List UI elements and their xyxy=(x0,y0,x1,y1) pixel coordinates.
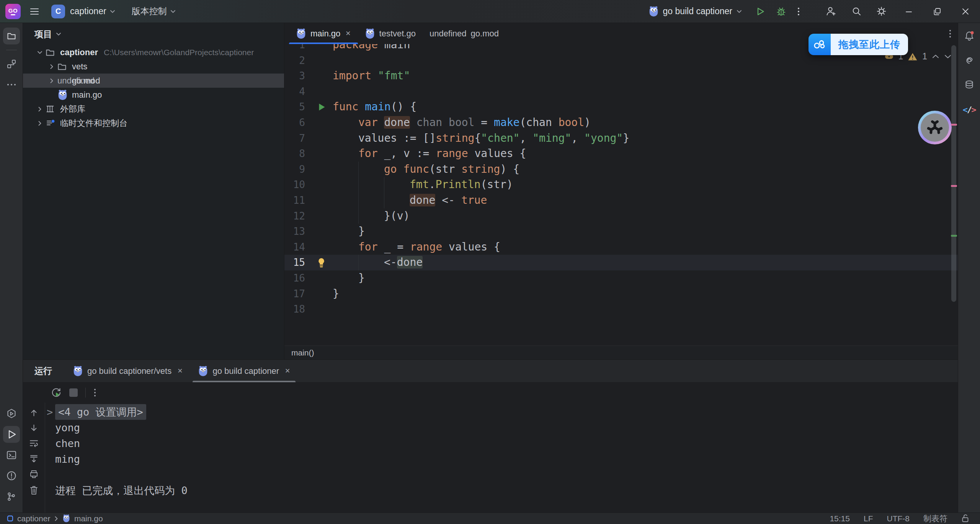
chevron-right-icon[interactable] xyxy=(34,106,46,112)
run-console[interactable]: ><4 go 设置调用>yongchenming进程 已完成，退出代码为 0 xyxy=(45,403,958,513)
chevron-right-icon[interactable] xyxy=(34,120,46,126)
close-icon[interactable]: ✕ xyxy=(345,29,351,38)
tree-item-go-mod[interactable]: undefinedgo.mod xyxy=(23,74,284,88)
project-avatar[interactable]: C xyxy=(51,5,65,18)
breadcrumb[interactable]: main() xyxy=(284,346,958,359)
code-line-10[interactable]: 10fmt.Println(str) xyxy=(284,177,958,193)
close-icon[interactable]: ✕ xyxy=(177,367,183,375)
tab-options-kebab-icon[interactable] xyxy=(949,23,958,44)
editor-scrollbar[interactable] xyxy=(951,45,956,302)
line-ending[interactable]: LF xyxy=(864,513,873,524)
code-line-14[interactable]: 14for _ = range values { xyxy=(284,239,958,255)
scroll-down-icon[interactable] xyxy=(29,423,39,433)
error-stripe-mark[interactable] xyxy=(951,185,957,187)
run-gutter-icon[interactable] xyxy=(310,99,333,115)
code-line-13[interactable]: 13} xyxy=(284,224,958,239)
editor-tab-go-mod[interactable]: undefinedgo.mod xyxy=(423,23,506,44)
title-bar: GO C captioner 版本控制 go build captioner xyxy=(0,0,980,23)
debug-button[interactable] xyxy=(776,7,786,16)
fold-toggle-icon[interactable]: > xyxy=(47,404,55,420)
tool-strip-terminal-icon[interactable] xyxy=(3,447,20,463)
tool-strip-endpoints-icon[interactable]: </> xyxy=(962,102,977,117)
tool-strip-structure-icon[interactable] xyxy=(3,56,20,72)
chevron-down-icon[interactable] xyxy=(56,32,62,36)
console-options-kebab-icon[interactable] xyxy=(93,387,96,398)
caret-position[interactable]: 15:15 xyxy=(830,513,850,524)
soft-wrap-icon[interactable] xyxy=(29,439,39,448)
code-line-3[interactable]: 3import "fmt" xyxy=(284,68,958,84)
error-stripe-mark[interactable] xyxy=(951,235,957,237)
project-name[interactable]: captioner xyxy=(70,6,106,16)
indent-style[interactable]: 制表符 xyxy=(923,513,947,524)
tool-strip-services-icon[interactable] xyxy=(3,405,20,422)
editor-tab-testvet-go[interactable]: testvet.go xyxy=(358,23,423,44)
close-icon[interactable]: ✕ xyxy=(285,367,290,375)
code-line-11[interactable]: 11done <- true xyxy=(284,193,958,208)
tool-strip-project-icon[interactable] xyxy=(3,28,20,44)
tool-strip-ai-assistant-icon[interactable] xyxy=(962,53,977,68)
next-problem-icon[interactable] xyxy=(944,54,952,59)
close-button[interactable] xyxy=(961,7,970,16)
clear-console-icon[interactable] xyxy=(29,485,39,495)
chevron-right-icon[interactable] xyxy=(46,78,57,84)
chevron-down-icon xyxy=(736,9,742,14)
tree-item-captioner[interactable]: captionerC:\Users\meowr\GolandProjects\c… xyxy=(23,45,284,59)
code-line-8[interactable]: 8for _, v := range values { xyxy=(284,146,958,162)
tool-strip-database-icon[interactable] xyxy=(962,77,977,93)
scroll-up-icon[interactable] xyxy=(29,408,39,418)
tree-item-main-go[interactable]: main.go xyxy=(23,88,284,102)
code-line-17[interactable]: 17} xyxy=(284,286,958,302)
folder-icon xyxy=(57,62,72,71)
code-line-18[interactable]: 18 xyxy=(284,301,958,317)
tool-strip-version-control-icon[interactable] xyxy=(3,488,20,505)
code-line-12[interactable]: 12}(v) xyxy=(284,208,958,224)
chevron-down-icon[interactable] xyxy=(109,9,116,14)
code-line-5[interactable]: 5func main() { xyxy=(284,99,958,115)
tool-strip-problems-icon[interactable] xyxy=(3,467,20,484)
tool-strip-run-icon[interactable] xyxy=(3,426,20,443)
code-line-9[interactable]: 9go func(str string) { xyxy=(284,162,958,177)
chevron-right-icon[interactable] xyxy=(46,64,57,70)
tree-item-scratches-and-consoles[interactable]: 临时文件和控制台 xyxy=(23,116,284,130)
code-editor[interactable]: 1package main23import "fmt"45func main()… xyxy=(284,44,958,346)
main-menu-icon[interactable] xyxy=(29,6,40,17)
folded-command[interactable]: <4 go 设置调用> xyxy=(55,404,146,420)
status-breadcrumb-project[interactable]: captioner xyxy=(17,513,50,524)
lock-open-icon[interactable] xyxy=(961,514,970,523)
maximize-button[interactable] xyxy=(933,7,942,16)
run-tab[interactable]: go build captioner/vets✕ xyxy=(65,360,190,382)
tree-item-vets[interactable]: vets xyxy=(23,59,284,74)
run-button[interactable] xyxy=(755,7,765,16)
minimize-button[interactable] xyxy=(904,7,913,16)
code-line-15[interactable]: 15<-done xyxy=(284,255,958,270)
assistant-floating-button[interactable] xyxy=(918,111,952,144)
chevron-down-icon[interactable] xyxy=(34,50,46,55)
run-config-selector[interactable]: go build captioner xyxy=(648,6,742,17)
print-icon[interactable] xyxy=(29,469,39,479)
run-tab[interactable]: go build captioner✕ xyxy=(190,360,298,382)
settings-gear-icon[interactable] xyxy=(876,6,887,16)
encoding[interactable]: UTF-8 xyxy=(887,513,910,524)
error-stripe-mark[interactable] xyxy=(951,124,957,126)
scroll-to-end-icon[interactable] xyxy=(29,454,39,463)
code-line-6[interactable]: 6var done chan bool = make(chan bool) xyxy=(284,115,958,131)
tree-item-label: go.mod xyxy=(72,76,100,86)
tool-strip-notifications-icon[interactable] xyxy=(962,28,977,44)
breadcrumb-main[interactable]: main() xyxy=(291,348,314,357)
vcs-widget[interactable]: 版本控制 xyxy=(132,5,176,17)
more-actions-icon[interactable] xyxy=(797,6,800,17)
prev-problem-icon[interactable] xyxy=(932,54,939,59)
code-line-16[interactable]: 16} xyxy=(284,270,958,286)
editor-tab-main-go[interactable]: main.go✕ xyxy=(289,23,358,44)
add-user-icon[interactable] xyxy=(825,6,837,16)
intention-bulb-icon[interactable] xyxy=(310,255,333,270)
search-icon[interactable] xyxy=(851,6,862,16)
stop-button[interactable] xyxy=(69,388,78,397)
tool-strip-more-tool-windows-icon[interactable] xyxy=(3,76,20,93)
code-line-4[interactable]: 4 xyxy=(284,84,958,100)
status-breadcrumb-file[interactable]: main.go xyxy=(74,513,103,524)
upload-drop-badge[interactable]: 拖拽至此上传 xyxy=(808,34,908,55)
code-line-7[interactable]: 7values := []string{"chen", "ming", "yon… xyxy=(284,131,958,146)
rerun-button[interactable] xyxy=(51,387,62,398)
tree-item-external-libraries[interactable]: 外部库 xyxy=(23,102,284,116)
